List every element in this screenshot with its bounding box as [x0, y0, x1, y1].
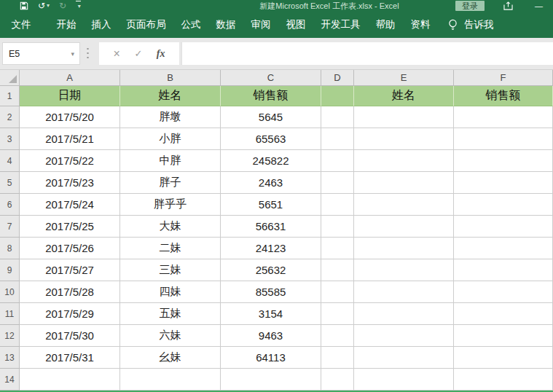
row-header-3[interactable]: 3 — [0, 128, 20, 150]
cell-B10[interactable]: 四妹 — [120, 281, 221, 303]
cell-D9[interactable] — [321, 259, 354, 281]
cell-B3[interactable]: 小胖 — [120, 128, 221, 150]
cell-B4[interactable]: 中胖 — [120, 150, 221, 172]
cell-B12[interactable]: 六妹 — [120, 325, 221, 347]
cell-F12[interactable] — [454, 325, 553, 347]
row-header-14[interactable]: 14 — [0, 369, 20, 391]
cell-D2[interactable] — [321, 106, 354, 128]
cell-E5[interactable] — [354, 172, 454, 194]
row-header-11[interactable]: 11 — [0, 303, 20, 325]
formula-input[interactable] — [181, 42, 553, 65]
cell-C10[interactable]: 85585 — [221, 281, 321, 303]
ribbon-tab-2[interactable]: 插入 — [84, 18, 119, 31]
undo-button[interactable]: ↺▾ — [38, 1, 50, 10]
cell-D3[interactable] — [321, 128, 354, 150]
cell-C14[interactable] — [221, 369, 321, 391]
cell-E12[interactable] — [354, 325, 454, 347]
cell-B1[interactable]: 姓名 — [120, 86, 221, 106]
name-box-dropdown-icon[interactable]: ▾ — [66, 50, 79, 58]
cell-C8[interactable]: 24123 — [221, 238, 321, 259]
ribbon-tab-7[interactable]: 视图 — [278, 18, 313, 31]
cell-E13[interactable] — [354, 347, 454, 369]
cell-E9[interactable] — [354, 259, 454, 281]
row-header-13[interactable]: 13 — [0, 347, 20, 369]
cell-A11[interactable]: 2017/5/29 — [20, 303, 120, 325]
cell-E8[interactable] — [354, 238, 454, 259]
cell-E11[interactable] — [354, 303, 454, 325]
ribbon-tab-10[interactable]: 资料 — [403, 18, 438, 31]
ribbon-tab-3[interactable]: 页面布局 — [119, 18, 173, 31]
cell-D8[interactable] — [321, 238, 354, 259]
row-header-9[interactable]: 9 — [0, 259, 20, 281]
cell-A8[interactable]: 2017/5/26 — [20, 238, 120, 259]
cell-E10[interactable] — [354, 281, 454, 303]
insert-function-icon[interactable]: fx — [157, 48, 165, 60]
row-header-1[interactable]: 1 — [0, 86, 20, 106]
row-header-8[interactable]: 8 — [0, 238, 20, 259]
customize-qat-button[interactable]: ▾ — [76, 1, 81, 11]
cell-F4[interactable] — [454, 150, 553, 172]
col-header-D[interactable]: D — [321, 70, 354, 86]
cell-D6[interactable] — [321, 194, 354, 216]
ribbon-tab-4[interactable]: 公式 — [173, 18, 208, 31]
cell-C11[interactable]: 3154 — [221, 303, 321, 325]
cancel-icon[interactable]: × — [114, 47, 120, 60]
cell-D12[interactable] — [321, 325, 354, 347]
cell-A6[interactable]: 2017/5/24 — [20, 194, 120, 216]
cell-E4[interactable] — [354, 150, 454, 172]
cell-A1[interactable]: 日期 — [20, 86, 120, 106]
cell-B9[interactable]: 三妹 — [120, 259, 221, 281]
cell-C3[interactable]: 65563 — [221, 128, 321, 150]
row-header-2[interactable]: 2 — [0, 106, 20, 128]
cell-A10[interactable]: 2017/5/28 — [20, 281, 120, 303]
row-header-12[interactable]: 12 — [0, 325, 20, 347]
col-header-B[interactable]: B — [120, 70, 221, 86]
cell-B2[interactable]: 胖墩 — [120, 106, 221, 128]
cell-D1[interactable] — [321, 86, 354, 106]
cell-B6[interactable]: 胖乎乎 — [120, 194, 221, 216]
select-all-button[interactable] — [0, 70, 20, 86]
cell-D13[interactable] — [321, 347, 354, 369]
ribbon-tab-9[interactable]: 帮助 — [368, 18, 403, 31]
cell-C12[interactable]: 9463 — [221, 325, 321, 347]
cell-E1[interactable]: 姓名 — [354, 86, 454, 106]
cell-C9[interactable]: 25632 — [221, 259, 321, 281]
cell-F6[interactable] — [454, 194, 553, 216]
cell-E7[interactable] — [354, 216, 454, 238]
cell-B11[interactable]: 五妹 — [120, 303, 221, 325]
login-button[interactable]: 登录 — [455, 1, 485, 11]
cell-F11[interactable] — [454, 303, 553, 325]
ribbon-tab-1[interactable]: 开始 — [49, 18, 84, 31]
cell-D10[interactable] — [321, 281, 354, 303]
cell-C5[interactable]: 2463 — [221, 172, 321, 194]
ribbon-tab-file[interactable]: 文件 — [4, 18, 39, 31]
cell-E14[interactable] — [354, 369, 454, 391]
cell-A9[interactable]: 2017/5/27 — [20, 259, 120, 281]
cell-A14[interactable] — [20, 369, 120, 391]
cell-D11[interactable] — [321, 303, 354, 325]
cell-D14[interactable] — [321, 369, 354, 391]
cell-A13[interactable]: 2017/5/31 — [20, 347, 120, 369]
undo-caret-icon[interactable]: ▾ — [47, 1, 50, 10]
cell-A2[interactable]: 2017/5/20 — [20, 106, 120, 128]
cell-F14[interactable] — [454, 369, 553, 391]
minimize-button[interactable]: — — [535, 1, 543, 10]
cell-C13[interactable]: 64113 — [221, 347, 321, 369]
cell-C1[interactable]: 销售额 — [221, 86, 321, 106]
cell-F2[interactable] — [454, 106, 553, 128]
save-icon[interactable] — [20, 1, 28, 10]
cell-F3[interactable] — [454, 128, 553, 150]
cell-F9[interactable] — [454, 259, 553, 281]
cell-F5[interactable] — [454, 172, 553, 194]
cell-F10[interactable] — [454, 281, 553, 303]
ribbon-tab-8[interactable]: 开发工具 — [313, 18, 368, 31]
cell-E2[interactable] — [354, 106, 454, 128]
row-header-5[interactable]: 5 — [0, 172, 20, 194]
col-header-E[interactable]: E — [354, 70, 454, 86]
row-header-7[interactable]: 7 — [0, 216, 20, 238]
cell-A7[interactable]: 2017/5/25 — [20, 216, 120, 238]
col-header-A[interactable]: A — [20, 70, 120, 86]
cell-A12[interactable]: 2017/5/30 — [20, 325, 120, 347]
col-header-F[interactable]: F — [454, 70, 553, 86]
ribbon-tab-5[interactable]: 数据 — [208, 18, 243, 31]
